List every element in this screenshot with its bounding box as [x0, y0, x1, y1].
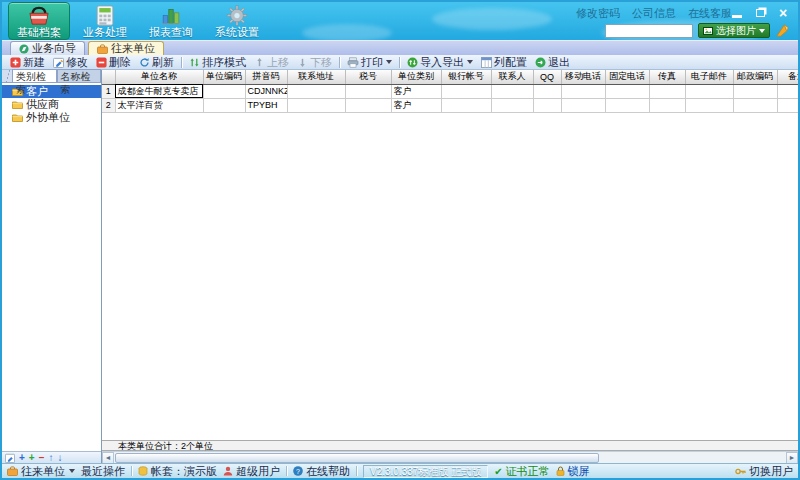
- tab-contacts[interactable]: 往来单位: [88, 41, 164, 55]
- tab-business-wizard[interactable]: 业务向导: [10, 41, 85, 55]
- cell-zip[interactable]: [733, 84, 777, 98]
- cell-email[interactable]: [685, 98, 733, 112]
- horizontal-scrollbar[interactable]: ◄ ►: [102, 451, 798, 463]
- new-button[interactable]: 新建: [6, 55, 49, 70]
- exit-button[interactable]: 退出: [531, 55, 574, 70]
- cell-unit-name[interactable]: 成都金牛耐克专卖店: [115, 84, 203, 98]
- refresh-button[interactable]: 刷新: [135, 55, 178, 70]
- cell-unit-code[interactable]: [203, 84, 245, 98]
- scrollbar-track[interactable]: [114, 452, 786, 464]
- move-category-down-button[interactable]: ↓: [58, 453, 63, 463]
- tab-name-search[interactable]: 名称检索: [57, 69, 102, 82]
- tab-category-search[interactable]: 类别检索: [12, 69, 57, 82]
- account-book-icon: [138, 466, 148, 476]
- edit-button[interactable]: 修改: [49, 55, 92, 70]
- cell-unit-name[interactable]: 太平洋百货: [115, 98, 203, 112]
- nav-reports[interactable]: 报表查询: [140, 2, 202, 40]
- account-set-button[interactable]: 帐套：演示版: [138, 464, 217, 479]
- move-down-label: 下移: [310, 55, 332, 70]
- move-up-button[interactable]: 上移: [250, 55, 293, 70]
- cell-telephone[interactable]: [605, 84, 649, 98]
- current-user-button[interactable]: 超级用户: [223, 464, 280, 479]
- add-root-category-button[interactable]: +: [19, 453, 25, 463]
- column-header[interactable]: QQ: [533, 70, 561, 84]
- cell-tax-no[interactable]: [345, 84, 391, 98]
- status-module-selector[interactable]: 往来单位: [7, 464, 75, 479]
- cell-unit-code[interactable]: [203, 98, 245, 112]
- cell-contact[interactable]: [491, 84, 533, 98]
- cell-qq[interactable]: [533, 98, 561, 112]
- switch-user-button[interactable]: 切换用户: [735, 464, 793, 479]
- pointer-brush-icon[interactable]: [775, 23, 790, 38]
- cell-note[interactable]: [777, 98, 798, 112]
- cell-zip[interactable]: [733, 98, 777, 112]
- cell-address[interactable]: [287, 84, 345, 98]
- lock-screen-button[interactable]: 锁屏: [556, 464, 590, 479]
- column-header[interactable]: 银行帐号: [441, 70, 491, 84]
- column-header[interactable]: 固定电话: [605, 70, 649, 84]
- certificate-status[interactable]: ✔ 证书正常: [494, 464, 549, 479]
- cell-pinyin-code[interactable]: CDJNNKZMD: [245, 84, 287, 98]
- column-header[interactable]: 单位类别: [391, 70, 441, 84]
- column-header[interactable]: 税号: [345, 70, 391, 84]
- cell-email[interactable]: [685, 84, 733, 98]
- column-header[interactable]: 联系人: [491, 70, 533, 84]
- column-header[interactable]: 单位编码: [203, 70, 245, 84]
- delete-button[interactable]: 删除: [92, 55, 135, 70]
- title-bar: 基础档案 业务处理 报表查询 系统设置 修改密: [2, 2, 798, 40]
- choose-image-button[interactable]: 选择图片: [698, 23, 770, 38]
- online-service-link[interactable]: 在线客服: [688, 6, 732, 21]
- cell-bank-account[interactable]: [441, 84, 491, 98]
- sort-mode-button[interactable]: 排序模式: [185, 55, 250, 70]
- cell-mobile[interactable]: [561, 84, 605, 98]
- edit-category-button[interactable]: [5, 453, 15, 463]
- minimize-button[interactable]: [730, 7, 744, 19]
- cell-note[interactable]: [777, 84, 798, 98]
- nav-business[interactable]: 业务处理: [74, 2, 136, 40]
- tree-item-outsourcing[interactable]: 外协单位: [2, 111, 101, 124]
- cell-mobile[interactable]: [561, 98, 605, 112]
- cell-telephone[interactable]: [605, 98, 649, 112]
- move-down-button[interactable]: 下移: [293, 55, 336, 70]
- column-config-button[interactable]: 列配置: [477, 55, 531, 70]
- cell-address[interactable]: [287, 98, 345, 112]
- add-sub-category-button[interactable]: +: [29, 453, 35, 463]
- table-row[interactable]: 1 成都金牛耐克专卖店 CDJNNKZMD 客户: [102, 84, 798, 98]
- column-header[interactable]: 邮政编码: [733, 70, 777, 84]
- restore-button[interactable]: [753, 7, 767, 19]
- column-header[interactable]: 单位名称: [115, 70, 203, 84]
- scroll-right-button[interactable]: ►: [786, 452, 798, 464]
- import-export-button[interactable]: 导入导出: [403, 55, 477, 70]
- company-info-link[interactable]: 公司信息: [632, 6, 676, 21]
- column-header[interactable]: 拼音码: [245, 70, 287, 84]
- column-header[interactable]: 备注: [777, 70, 798, 84]
- cell-unit-type[interactable]: 客户: [391, 98, 441, 112]
- cell-unit-type[interactable]: 客户: [391, 84, 441, 98]
- cell-bank-account[interactable]: [441, 98, 491, 112]
- column-header[interactable]: 联系地址: [287, 70, 345, 84]
- cell-contact[interactable]: [491, 98, 533, 112]
- nav-settings[interactable]: 系统设置: [206, 2, 268, 40]
- change-password-link[interactable]: 修改密码: [576, 6, 620, 21]
- print-button[interactable]: 打印: [343, 55, 396, 70]
- cell-tax-no[interactable]: [345, 98, 391, 112]
- delete-label: 删除: [109, 55, 131, 70]
- column-header[interactable]: 电子邮件: [685, 70, 733, 84]
- online-help-button[interactable]: ? 在线帮助: [293, 464, 350, 479]
- column-header[interactable]: 移动电话: [561, 70, 605, 84]
- scroll-left-button[interactable]: ◄: [102, 452, 114, 464]
- cell-pinyin-code[interactable]: TPYBH: [245, 98, 287, 112]
- cell-fax[interactable]: [649, 84, 685, 98]
- cell-qq[interactable]: [533, 84, 561, 98]
- image-search-input[interactable]: [605, 24, 693, 38]
- nav-label: 业务处理: [83, 26, 127, 39]
- close-button[interactable]: ×: [776, 7, 790, 19]
- remove-category-button[interactable]: −: [39, 453, 45, 463]
- table-row[interactable]: 2 太平洋百货 TPYBH 客户: [102, 98, 798, 112]
- cell-fax[interactable]: [649, 98, 685, 112]
- nav-basic-files[interactable]: 基础档案: [8, 2, 70, 40]
- recent-operations-button[interactable]: 最近操作: [81, 464, 125, 479]
- column-header[interactable]: 传真: [649, 70, 685, 84]
- move-category-up-button[interactable]: ↑: [49, 453, 54, 463]
- scrollbar-thumb[interactable]: [115, 453, 599, 463]
